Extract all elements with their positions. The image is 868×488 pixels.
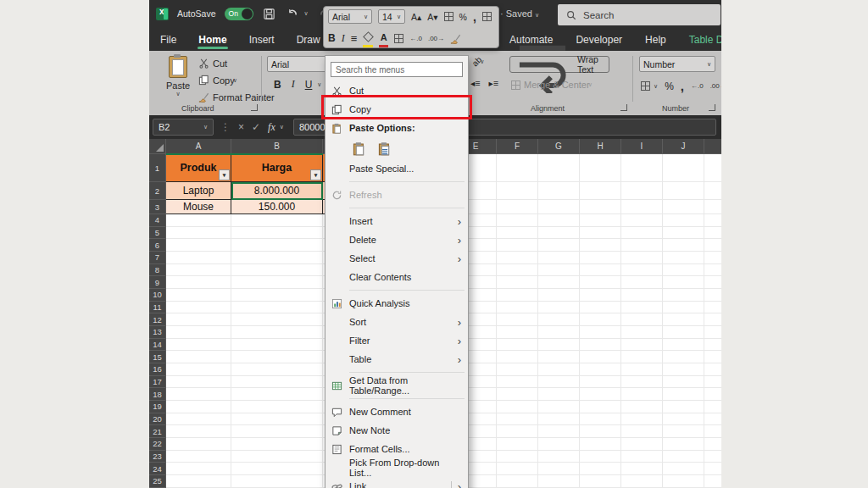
column-header-J[interactable]: J [663, 139, 704, 154]
cell[interactable] [538, 252, 580, 264]
cell[interactable] [704, 475, 721, 488]
cell[interactable] [580, 388, 621, 401]
menu-item-copy[interactable]: Copy [326, 100, 468, 119]
cell[interactable] [580, 438, 621, 451]
cell[interactable] [704, 463, 721, 475]
tab-file[interactable]: File [159, 32, 177, 47]
cell[interactable] [538, 388, 580, 401]
cell[interactable] [580, 200, 621, 214]
cell[interactable] [663, 200, 704, 214]
cell[interactable] [231, 438, 323, 451]
cell[interactable] [580, 252, 621, 264]
cell[interactable] [497, 451, 538, 463]
cell[interactable] [497, 264, 538, 277]
cell[interactable] [580, 463, 621, 475]
cell[interactable]: Harga▾ [231, 154, 323, 182]
mini-align-button[interactable]: ≡ [351, 32, 358, 45]
cell[interactable] [580, 425, 621, 438]
cell[interactable] [231, 401, 323, 413]
row-header-8[interactable]: 8 [149, 264, 166, 277]
row-header-1[interactable]: 1 [149, 154, 166, 182]
row-header-25[interactable]: 25 [149, 475, 166, 488]
tab-home[interactable]: Home [198, 32, 227, 47]
cell[interactable] [497, 252, 538, 264]
row-header-4[interactable]: 4 [149, 214, 166, 227]
number-dialog-launcher-icon[interactable] [709, 104, 715, 111]
cell[interactable] [663, 475, 704, 488]
cell[interactable] [497, 289, 538, 302]
underline-chevron-icon[interactable]: ∨ [317, 81, 321, 88]
row-header-24[interactable]: 24 [149, 463, 166, 475]
cell[interactable] [231, 413, 323, 426]
cell[interactable] [580, 326, 621, 339]
cell[interactable] [663, 214, 704, 227]
autosave-toggle[interactable]: On [225, 8, 253, 20]
cell[interactable] [621, 214, 663, 227]
cell[interactable] [497, 302, 538, 314]
row-header-19[interactable]: 19 [149, 401, 166, 413]
cell[interactable] [580, 376, 621, 389]
menu-search-input[interactable] [331, 62, 463, 77]
cell[interactable] [497, 438, 538, 451]
cell[interactable] [538, 276, 580, 289]
cell[interactable] [621, 425, 663, 438]
cell[interactable] [166, 401, 231, 413]
cell[interactable] [231, 388, 323, 401]
mini-borders-icon[interactable] [482, 12, 492, 21]
cell[interactable] [538, 451, 580, 463]
menu-item-pick-from-drop-down-list[interactable]: Pick From Drop-down List... [326, 458, 468, 477]
borders-button-icon[interactable] [394, 34, 403, 43]
cell[interactable] [621, 313, 663, 326]
alignment-dialog-launcher-icon[interactable] [620, 104, 627, 111]
cell[interactable] [704, 351, 721, 363]
cell[interactable] [621, 463, 663, 475]
cell[interactable] [704, 451, 721, 463]
cell[interactable] [580, 475, 621, 488]
wrap-text-button[interactable]: Wrap Text [509, 56, 609, 73]
percent-style-button[interactable]: % [665, 80, 674, 92]
cell[interactable] [704, 264, 721, 277]
cell[interactable] [621, 351, 663, 363]
search-input[interactable]: Search [558, 4, 721, 25]
row-header-5[interactable]: 5 [149, 227, 166, 240]
tab-table-design[interactable]: Table Design [688, 32, 721, 47]
accounting-chevron-icon[interactable]: ∨ [654, 83, 658, 90]
mini-font-name-combo[interactable]: Arial∨ [328, 9, 372, 24]
cell[interactable] [704, 326, 721, 339]
cell[interactable] [663, 302, 704, 314]
cell[interactable] [497, 413, 538, 426]
menu-item-quick-analysis[interactable]: Quick Analysis [326, 294, 468, 313]
cell[interactable] [663, 401, 704, 413]
cell[interactable] [497, 351, 538, 363]
cell[interactable] [580, 313, 621, 326]
mini-decrease-decimal[interactable]: .00→ [428, 35, 444, 42]
cell[interactable] [704, 413, 721, 426]
cell[interactable] [663, 388, 704, 401]
cell[interactable]: Laptop [166, 182, 231, 200]
menu-item-table[interactable]: Table› [326, 350, 468, 369]
cell[interactable] [497, 214, 538, 227]
underline-button[interactable]: U [305, 79, 313, 91]
cell[interactable] [580, 302, 621, 314]
column-header-I[interactable]: I [621, 139, 663, 154]
cell[interactable] [663, 264, 704, 277]
cell[interactable] [538, 413, 580, 426]
cell[interactable] [538, 475, 580, 488]
cell[interactable] [704, 289, 721, 302]
mini-comma-button[interactable]: , [473, 10, 476, 24]
cell[interactable] [621, 451, 663, 463]
menu-item-clear-contents[interactable]: Clear Contents [326, 268, 468, 286]
row-header-9[interactable]: 9 [149, 276, 166, 289]
cell[interactable] [621, 339, 663, 352]
cell[interactable] [538, 425, 580, 438]
cell[interactable] [497, 475, 538, 488]
select-all-corner[interactable] [149, 139, 166, 154]
cell[interactable] [663, 351, 704, 363]
cell[interactable]: Mouse [166, 200, 231, 214]
row-header-20[interactable]: 20 [149, 413, 166, 426]
cell[interactable] [663, 376, 704, 389]
format-painter-button[interactable]: Format Painter [198, 92, 275, 103]
font-color-button[interactable]: A [379, 29, 388, 47]
cell[interactable] [166, 214, 231, 227]
cell[interactable] [538, 200, 580, 214]
